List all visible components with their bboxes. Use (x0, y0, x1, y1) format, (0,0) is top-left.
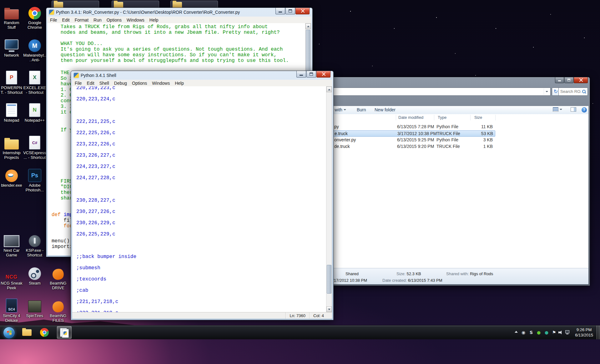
desktop-icon-next-car-game[interactable]: Next Car Game (0, 231, 23, 257)
close-button[interactable] (295, 8, 310, 14)
show-desktop-button[interactable] (597, 326, 600, 339)
desktop-icon-steam[interactable]: Steam (23, 264, 46, 286)
taskbar-explorer-button[interactable] (19, 326, 34, 339)
network-icon[interactable] (565, 330, 570, 334)
help-button[interactable]: ? (582, 107, 587, 113)
menu-edit[interactable]: Edit (60, 18, 72, 23)
shell-output: 220,219,223,c 220,223,224,c 222,221,225,… (76, 86, 136, 312)
scrollbar-thumb[interactable] (327, 265, 331, 294)
shell-text-area[interactable]: 220,219,223,c 220,223,224,c 222,221,225,… (72, 86, 332, 312)
tray-sync-icon[interactable]: ● (544, 330, 549, 335)
minimize-button[interactable] (275, 8, 285, 14)
address-dropdown-button[interactable] (544, 88, 550, 95)
address-bar[interactable] (331, 88, 551, 96)
menu-options[interactable]: Options (129, 81, 149, 86)
background-window[interactable] (170, 1, 218, 8)
file-name: e.truck (335, 131, 348, 136)
column-header-date-modified[interactable]: Date modified (398, 115, 423, 120)
explorer-titlebar[interactable] (329, 77, 590, 85)
code-fragment: 2. C (52, 93, 73, 98)
taskbar-clock[interactable]: 9:26 PM 6/13/2015 (575, 327, 593, 338)
desktop-icon-simcity4[interactable]: SC4 SimCity 4 Deluxe (0, 297, 23, 323)
excel-icon: X (23, 69, 46, 84)
shell-status-bar: Ln: 7360 Col: 4 (72, 312, 332, 319)
shell-titlebar[interactable]: Python 3.4.1 Shell (71, 71, 333, 80)
menu-options[interactable]: Options (104, 18, 124, 23)
desktop-icon-network[interactable]: Network (0, 36, 23, 58)
taskbar-chrome-button[interactable] (37, 326, 52, 339)
desktop-icon-beamng-files[interactable]: BeamNG FILES (47, 297, 70, 323)
menu-shell[interactable]: Shell (97, 81, 112, 86)
column-header-type[interactable]: Type (438, 115, 446, 120)
menu-file[interactable]: File (72, 81, 84, 86)
desktop-icon-photoshop[interactable]: Ps Adobe Photosh... (23, 166, 46, 192)
scroll-down-button[interactable] (326, 306, 332, 312)
desktop-icon-notepad[interactable]: Notepad (0, 101, 23, 123)
menu-windows[interactable]: Windows (124, 18, 147, 23)
menu-debug[interactable]: Debug (112, 81, 129, 86)
menu-run[interactable]: Run (91, 18, 104, 23)
photoshop-icon: Ps (23, 166, 46, 182)
desktop-icon-excel[interactable]: X EXCEL.EXE - Shortcut (23, 69, 46, 95)
shell-scrollbar[interactable] (326, 86, 332, 312)
menu-format[interactable]: Format (72, 18, 91, 23)
icon-label: Malwarebyt... Anti-Malwar... (23, 53, 46, 63)
file-row[interactable]: py 6/13/2015 7:28 PM Python File 11 KB (330, 124, 588, 130)
menu-help[interactable]: Help (172, 81, 186, 86)
minimize-button[interactable] (555, 77, 564, 83)
scroll-up-button[interactable] (305, 23, 311, 29)
close-button[interactable] (574, 77, 588, 83)
menu-windows[interactable]: Windows (149, 81, 172, 86)
menu-edit[interactable]: Edit (84, 81, 97, 86)
desktop-icon-notepad-plus-plus[interactable]: N Notepad++ (23, 101, 46, 123)
taskbar-python-button[interactable] (57, 326, 72, 339)
editor-titlebar[interactable]: Python 3.4.1: RoR_Converter.py - C:\User… (46, 8, 312, 17)
scroll-up-button[interactable] (326, 87, 332, 92)
file-size: 53 KB (469, 131, 493, 136)
tray-disc-icon[interactable]: ◉ (521, 330, 526, 335)
icon-label: Google Chrome (23, 20, 46, 30)
desktop-icon-ksp[interactable]: KSP.exe - Shortcut (23, 231, 46, 257)
minimize-button[interactable] (296, 71, 306, 78)
desktop-icon-malwarebytes[interactable]: M Malwarebyt... Anti-Malwar... (23, 36, 46, 63)
desktop-icon-powerpoint[interactable]: P POWERPNT. - Shortcut (0, 69, 23, 95)
code-fragment: have (52, 81, 73, 87)
search-input[interactable] (559, 88, 582, 95)
maximize-button[interactable] (306, 71, 316, 78)
icon-label: Notepad (0, 118, 23, 123)
background-window[interactable] (112, 1, 159, 8)
menu-help[interactable]: Help (147, 18, 161, 23)
close-button[interactable] (316, 71, 330, 78)
start-button[interactable] (3, 327, 15, 339)
menu-file[interactable]: File (48, 18, 60, 23)
desktop-icon-google-chrome[interactable]: Google Chrome (23, 4, 46, 30)
file-row-selected[interactable]: e.truck 3/17/2012 10:38 PM TRUCK File 53… (330, 130, 495, 137)
burn-button[interactable]: Burn (357, 107, 366, 112)
share-with-button[interactable]: with (335, 107, 346, 112)
maximize-button[interactable] (285, 8, 295, 14)
tray-status-green-icon[interactable]: ● (536, 330, 542, 335)
desktop-icon-blender[interactable]: blender.exe (0, 166, 23, 188)
column-header-size[interactable]: Size (474, 115, 482, 120)
desktop-icon-internship-projects[interactable]: Internship Projects (0, 134, 23, 160)
new-folder-button[interactable]: New folder (375, 107, 396, 112)
show-hidden-icons-button[interactable] (515, 331, 518, 333)
burn-label: Burn (357, 107, 366, 112)
desktop-icon-spintires[interactable]: SpinTires (23, 297, 46, 318)
background-window[interactable] (52, 1, 99, 8)
preview-pane-button[interactable] (571, 107, 576, 112)
file-size: 11 KB (469, 124, 493, 129)
desktop-icon-beamng-drive[interactable]: BeamNG DRIVE (47, 264, 70, 290)
scrollbar-thumb[interactable] (306, 30, 310, 71)
file-row[interactable]: de.truck 6/13/2015 9:20 PM TRUCK File 1 … (330, 144, 588, 150)
editor-title: Python 3.4.1: RoR_Converter.py - C:\User… (56, 10, 240, 15)
desktop-icon-ncg-sneak-peek[interactable]: NCG NCG Sneak Peek (0, 264, 23, 290)
change-view-button[interactable] (553, 107, 562, 112)
tray-steam-icon[interactable]: S (528, 330, 534, 335)
desktop-icon-vcsexpress[interactable]: C# VCSExpress... - Shortcut (23, 134, 46, 160)
maximize-button[interactable] (564, 77, 573, 83)
action-center-flag-icon[interactable]: ⚑ (551, 330, 557, 335)
file-row[interactable]: onverter.py 6/13/2015 9:25 PM Python Fil… (330, 137, 588, 143)
desktop-icon-random-stuff[interactable]: Random Stuff (0, 4, 23, 30)
volume-icon[interactable] (558, 331, 563, 334)
